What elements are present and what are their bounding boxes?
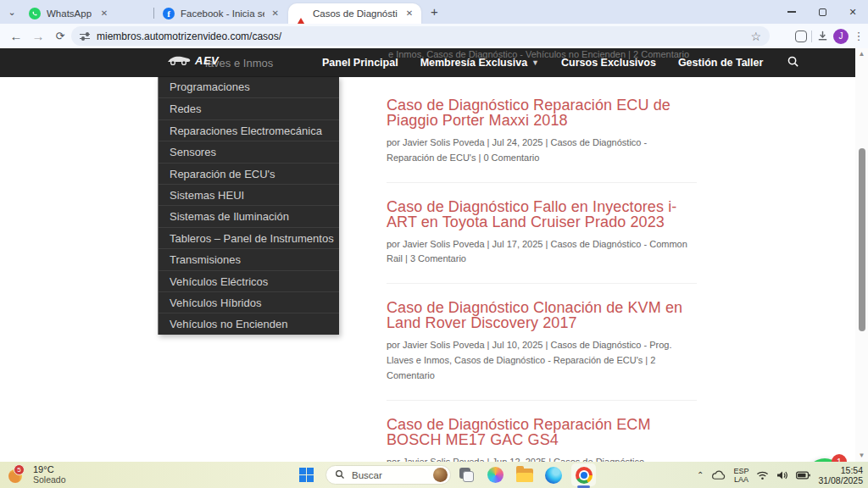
chevron-down-icon: ▼: [531, 58, 539, 67]
browser-menu-icon[interactable]: ⋮: [853, 30, 865, 42]
post-title-link[interactable]: Caso de Diagnóstico Reparación ECM BOSCH…: [387, 417, 697, 447]
menu-item[interactable]: Reparaciones Electromecánica: [159, 119, 339, 141]
edge-button[interactable]: [542, 464, 564, 485]
new-tab-button[interactable]: +: [427, 5, 442, 19]
weather-widget[interactable]: 5 19°C Soleado: [8, 464, 66, 485]
folder-icon: [516, 469, 533, 482]
nav-panel-principal[interactable]: Panel Principal: [322, 57, 398, 69]
reload-icon[interactable]: ⟳: [49, 25, 71, 47]
battery-icon[interactable]: [796, 471, 810, 480]
sun-icon: 5: [8, 465, 27, 484]
menu-item[interactable]: Programaciones: [159, 76, 339, 97]
minimize-button[interactable]: [776, 0, 807, 24]
scroll-down-icon[interactable]: ▼: [855, 450, 868, 462]
post-divider: [387, 182, 697, 183]
tab-casos-active[interactable]: Casos de Diagnóstico Exclusivo ✕: [288, 3, 421, 24]
tab-close-icon[interactable]: ✕: [271, 8, 279, 19]
site-nav: Panel Principal Membresía Exclusiva▼ Cur…: [322, 48, 799, 77]
menu-item[interactable]: Vehículos no Encienden: [159, 313, 339, 334]
whatsapp-icon: [29, 8, 41, 19]
menu-item[interactable]: Vehículos Eléctricos: [159, 270, 339, 291]
nav-gestion-de-taller[interactable]: Gestión de Taller: [678, 57, 764, 69]
tab-whatsapp[interactable]: WhatsApp ✕: [22, 3, 151, 24]
close-button[interactable]: ✕: [837, 0, 868, 24]
post-item: Caso de Diagnóstico Reparación ECM BOSCH…: [387, 417, 697, 462]
post-item: Caso de Diagnóstico Reparación ECU de Pi…: [387, 97, 697, 166]
tab-title: WhatsApp: [47, 8, 92, 19]
bing-daily-image[interactable]: [433, 468, 448, 482]
search-icon: [335, 468, 345, 483]
task-view-button[interactable]: [456, 464, 477, 485]
url-text[interactable]: miembros.automotrizenvideo.com/casos/: [97, 30, 750, 42]
copilot-button[interactable]: [485, 464, 506, 485]
taskbar: 5 19°C Soleado Buscar: [0, 462, 868, 488]
search-icon[interactable]: [787, 55, 799, 71]
tab-close-icon[interactable]: ✕: [404, 8, 415, 19]
language-indicator[interactable]: ESP LAA: [733, 467, 748, 484]
post-divider: [387, 400, 697, 401]
post-list: Caso de Diagnóstico Reparación ECU de Pi…: [387, 97, 697, 462]
page-scrollbar[interactable]: ▲ ▼: [855, 48, 868, 462]
weather-temp: 19°C: [33, 464, 66, 474]
logo-text: AEV: [195, 54, 219, 67]
taskbar-clock[interactable]: 15:54 31/08/2025: [818, 465, 863, 485]
menu-item[interactable]: Sistemas HEUI: [159, 184, 339, 205]
post-title-link[interactable]: Caso de Diagnóstico Reparación ECU de Pi…: [387, 97, 697, 128]
site-settings-icon[interactable]: [80, 32, 90, 41]
tab-facebook[interactable]: f Facebook - Inicia sesión o regis ✕: [156, 3, 286, 24]
forward-icon[interactable]: →: [27, 25, 49, 47]
wifi-icon[interactable]: [756, 470, 769, 480]
scroll-up-icon[interactable]: ▲: [855, 48, 868, 60]
menu-item[interactable]: Reparación de ECU's: [159, 163, 339, 184]
volume-icon[interactable]: [776, 470, 788, 480]
site-logo[interactable]: AEV: [166, 53, 219, 68]
browser-tabstrip: ⌄ WhatsApp ✕ f Facebook - Inicia sesión …: [0, 0, 868, 24]
menu-item[interactable]: Transmisiones: [159, 248, 339, 269]
categories-dropdown-menu: Programaciones Redes Reparaciones Electr…: [158, 76, 339, 335]
tab-close-icon[interactable]: ✕: [98, 8, 110, 19]
tray-expand-icon[interactable]: ⌃: [697, 470, 704, 480]
menu-item[interactable]: Vehículos Híbridos: [159, 291, 339, 313]
scrollbar-thumb[interactable]: [859, 148, 865, 331]
edge-icon: [545, 467, 562, 484]
post-meta[interactable]: por Javier Solis Poveda | Jun 12, 2025 |…: [387, 455, 697, 462]
side-panel-icon[interactable]: [795, 30, 807, 42]
start-button[interactable]: [299, 468, 314, 482]
nav-cursos-exclusivos[interactable]: Cursos Exclusivos: [561, 57, 656, 69]
bookmark-star-icon[interactable]: ☆: [750, 30, 761, 43]
post-meta[interactable]: por Javier Solis Poveda | Jul 24, 2025 |…: [387, 136, 697, 166]
post-item: Caso de Diagnóstico Clonación de KVM en …: [387, 300, 697, 383]
system-tray: ⌃ ESP LAA 15:54 31/08/2025: [697, 462, 863, 488]
maximize-button[interactable]: [807, 0, 837, 24]
downloads-icon[interactable]: [816, 30, 829, 42]
taskbar-search-box[interactable]: Buscar: [326, 465, 451, 485]
nav-membresia-exclusiva[interactable]: Membresía Exclusiva▼: [420, 57, 539, 69]
post-meta[interactable]: por Javier Solis Poveda | Jul 17, 2025 |…: [387, 237, 697, 268]
toolbar-divider: [811, 30, 812, 42]
tab-title: Facebook - Inicia sesión o regis: [181, 8, 264, 19]
menu-item[interactable]: Tableros – Panel de Instrumentos: [159, 227, 339, 248]
post-meta[interactable]: por Javier Solis Poveda | Jul 10, 2025 |…: [387, 338, 697, 383]
post-title-link[interactable]: Caso de Diagnóstico Fallo en Inyectores …: [387, 199, 697, 230]
file-explorer-button[interactable]: [514, 464, 535, 485]
onedrive-cloud-icon[interactable]: [711, 470, 726, 480]
chrome-button-active[interactable]: [571, 463, 596, 486]
tab-separator: [153, 8, 154, 19]
browser-toolbar: ← → ⟳ miembros.automotrizenvideo.com/cas…: [0, 24, 868, 48]
menu-item[interactable]: Redes: [159, 97, 339, 119]
facebook-icon: f: [163, 8, 175, 19]
notification-badge: 1: [832, 454, 847, 462]
chrome-icon: [576, 467, 593, 484]
menu-item[interactable]: Sensores: [159, 141, 339, 162]
profile-avatar[interactable]: J: [833, 29, 849, 44]
site-header: e Inmos, Casos de Diagnóstico - Vehículo…: [0, 48, 855, 77]
screen: ⌄ WhatsApp ✕ f Facebook - Inicia sesión …: [0, 0, 868, 488]
address-bar[interactable]: miembros.automotrizenvideo.com/casos/ ☆: [71, 26, 770, 46]
car-logo-icon: [166, 53, 192, 67]
tab-search-icon[interactable]: ⌄: [5, 6, 19, 19]
tab-title: Casos de Diagnóstico Exclusivo: [313, 8, 398, 19]
back-icon[interactable]: ←: [5, 25, 27, 47]
post-title-link[interactable]: Caso de Diagnóstico Clonación de KVM en …: [387, 300, 697, 330]
menu-item[interactable]: Sistemas de Iluminación: [159, 205, 339, 226]
window-controls: ✕: [776, 0, 868, 24]
